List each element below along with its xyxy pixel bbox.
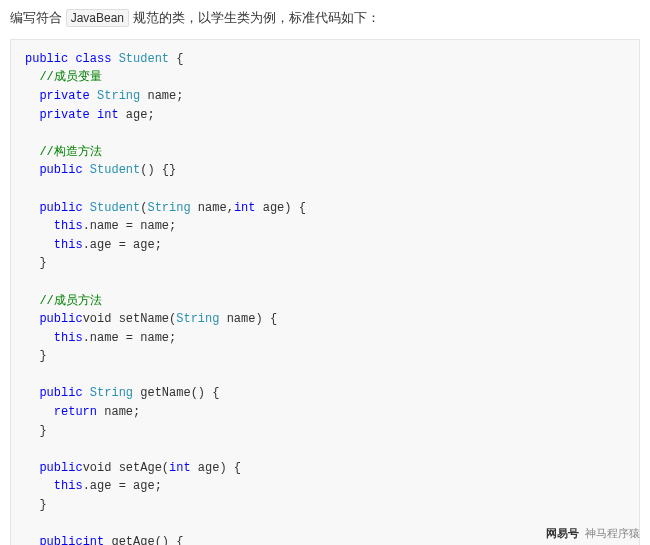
code-token: this	[54, 238, 83, 252]
code-line: }	[25, 498, 47, 512]
code-line: public String getName() {	[25, 386, 219, 400]
code-line: }	[25, 349, 47, 363]
code-token	[25, 331, 54, 345]
code-token: private	[39, 108, 89, 122]
code-token: void	[83, 461, 112, 475]
code-token: .age = age;	[83, 479, 162, 493]
code-token: () {}	[140, 163, 176, 177]
code-token	[25, 386, 39, 400]
code-token: public	[39, 386, 82, 400]
code-token: public	[25, 52, 68, 66]
code-token: }	[25, 424, 47, 438]
code-token: setAge(	[111, 461, 169, 475]
code-line: //构造方法	[25, 145, 102, 159]
code-line: publicint getAge() {	[25, 535, 183, 545]
code-token	[25, 70, 39, 84]
code-token: {	[169, 52, 183, 66]
code-token: name) {	[219, 312, 277, 326]
code-token: //成员方法	[39, 294, 101, 308]
code-line: public Student() {}	[25, 163, 176, 177]
code-token: public	[39, 163, 82, 177]
code-token	[25, 108, 39, 122]
code-token	[25, 312, 39, 326]
code-token: .age = age;	[83, 238, 162, 252]
code-token: .name = name;	[83, 331, 177, 345]
code-token: int	[97, 108, 119, 122]
code-token	[25, 219, 54, 233]
code-token: this	[54, 331, 83, 345]
watermark-author: 神马程序猿	[585, 527, 640, 539]
code-token: }	[25, 498, 47, 512]
code-token	[25, 238, 54, 252]
code-token	[83, 201, 90, 215]
code-line: publicvoid setAge(int age) {	[25, 461, 241, 475]
code-token: String	[176, 312, 219, 326]
code-token	[111, 52, 118, 66]
code-token: int	[83, 535, 105, 545]
code-token: public	[39, 461, 82, 475]
code-token: name,	[191, 201, 234, 215]
code-token: name;	[97, 405, 140, 419]
code-token: //成员变量	[39, 70, 101, 84]
code-line: this.age = age;	[25, 479, 162, 493]
code-token: Student	[119, 52, 169, 66]
code-line: }	[25, 256, 47, 270]
code-token: int	[169, 461, 191, 475]
code-token: String	[90, 386, 133, 400]
code-token: }	[25, 349, 47, 363]
intro-prefix: 编写符合	[10, 10, 62, 25]
code-token	[90, 89, 97, 103]
code-line: publicvoid setName(String name) {	[25, 312, 277, 326]
code-line: //成员变量	[25, 70, 102, 84]
code-token: setName(	[111, 312, 176, 326]
code-token	[83, 386, 90, 400]
code-line: this.name = name;	[25, 219, 176, 233]
code-token: this	[54, 219, 83, 233]
code-token	[25, 89, 39, 103]
code-token	[25, 461, 39, 475]
watermark-brand: 网易号	[546, 527, 579, 539]
code-line: private int age;	[25, 108, 155, 122]
code-token	[83, 163, 90, 177]
intro-boxed: JavaBean	[66, 9, 129, 27]
code-token	[25, 535, 39, 545]
code-line: public class Student {	[25, 52, 183, 66]
code-token: return	[54, 405, 97, 419]
code-line: //成员方法	[25, 294, 102, 308]
code-line: return name;	[25, 405, 140, 419]
code-token: //构造方法	[39, 145, 101, 159]
code-token	[25, 163, 39, 177]
code-token: age) {	[256, 201, 306, 215]
code-token: int	[234, 201, 256, 215]
code-token: Student	[90, 201, 140, 215]
code-token: public	[39, 312, 82, 326]
intro-suffix: 规范的类，以学生类为例，标准代码如下：	[133, 10, 380, 25]
code-token: name;	[140, 89, 183, 103]
code-line: private String name;	[25, 89, 183, 103]
code-token: this	[54, 479, 83, 493]
code-line: public Student(String name,int age) {	[25, 201, 306, 215]
code-token: private	[39, 89, 89, 103]
code-token	[25, 294, 39, 308]
code-token: String	[147, 201, 190, 215]
code-token	[25, 479, 54, 493]
code-token: }	[25, 256, 47, 270]
code-line: }	[25, 424, 47, 438]
code-token: age;	[119, 108, 155, 122]
code-token: String	[97, 89, 140, 103]
code-token: getName() {	[133, 386, 219, 400]
code-line: this.age = age;	[25, 238, 162, 252]
watermark: 网易号神马程序猿	[546, 526, 640, 541]
code-token: public	[39, 535, 82, 545]
code-token: Student	[90, 163, 140, 177]
code-token	[90, 108, 97, 122]
code-token: void	[83, 312, 112, 326]
code-token: age) {	[191, 461, 241, 475]
code-token	[25, 145, 39, 159]
intro-text: 编写符合 JavaBean 规范的类，以学生类为例，标准代码如下：	[10, 8, 640, 29]
code-block: public class Student { //成员变量 private St…	[10, 39, 640, 545]
code-token: getAge() {	[104, 535, 183, 545]
code-token: public	[39, 201, 82, 215]
code-token: .name = name;	[83, 219, 177, 233]
code-token: class	[75, 52, 111, 66]
